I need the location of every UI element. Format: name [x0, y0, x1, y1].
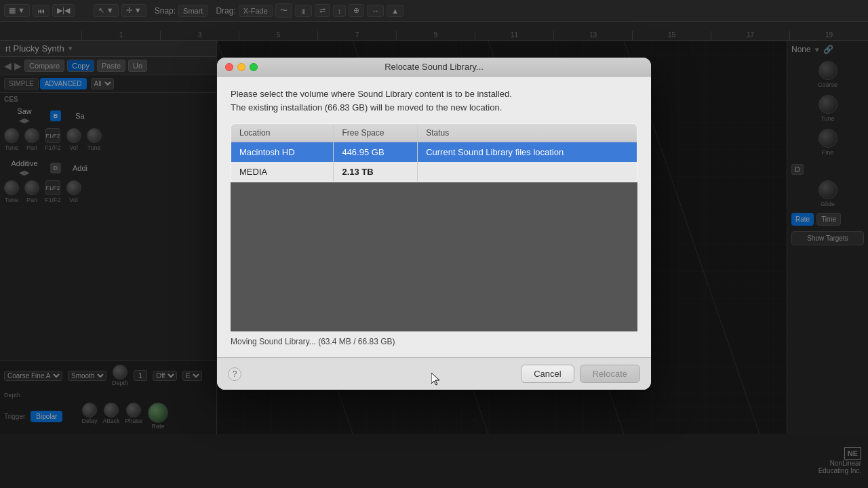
col-status: Status: [418, 124, 637, 142]
row1-status: Current Sound Library files location: [418, 142, 637, 163]
col-free-space: Free Space: [334, 124, 418, 142]
maximize-button[interactable]: [250, 63, 258, 71]
col-location: Location: [231, 124, 334, 142]
row2-status: [418, 162, 637, 182]
modal-overlay: Relocate Sound Library... Please select …: [0, 0, 868, 488]
relocate-button[interactable]: Relocate: [580, 365, 640, 383]
dialog-footer: ? Cancel Relocate: [217, 357, 651, 390]
footer-buttons: Cancel Relocate: [521, 365, 640, 383]
help-button[interactable]: ?: [228, 367, 241, 381]
relocate-dialog: Relocate Sound Library... Please select …: [217, 58, 651, 390]
dialog-message-line2: The existing installation (66.83 GB) wil…: [231, 102, 502, 113]
row2-location: MEDIA: [231, 162, 334, 182]
cancel-button[interactable]: Cancel: [521, 365, 574, 383]
table-row[interactable]: MEDIA 2.13 TB: [231, 162, 637, 182]
dialog-message-line1: Please select the volume where Sound Lib…: [231, 89, 512, 99]
status-text: Moving Sound Library... (63.4 MB / 66.83…: [231, 337, 395, 346]
dialog-body: Please select the volume where Sound Lib…: [217, 77, 651, 357]
location-table: Location Free Space Status Macintosh HD …: [231, 123, 637, 182]
table-empty-area: [231, 182, 637, 331]
table-header-row: Location Free Space Status: [231, 124, 637, 142]
dialog-message: Please select the volume where Sound Lib…: [231, 87, 637, 114]
traffic-lights: [225, 63, 258, 71]
close-button[interactable]: [225, 63, 233, 71]
dialog-titlebar: Relocate Sound Library...: [217, 58, 651, 77]
row1-location: Macintosh HD: [231, 142, 334, 163]
table-row[interactable]: Macintosh HD 446.95 GB Current Sound Lib…: [231, 142, 637, 163]
row1-free-space: 446.95 GB: [334, 142, 418, 163]
dialog-status: Moving Sound Library... (63.4 MB / 66.83…: [231, 331, 637, 349]
dialog-title: Relocate Sound Library...: [384, 62, 484, 72]
row2-free-space: 2.13 TB: [334, 162, 418, 182]
minimize-button[interactable]: [237, 63, 245, 71]
